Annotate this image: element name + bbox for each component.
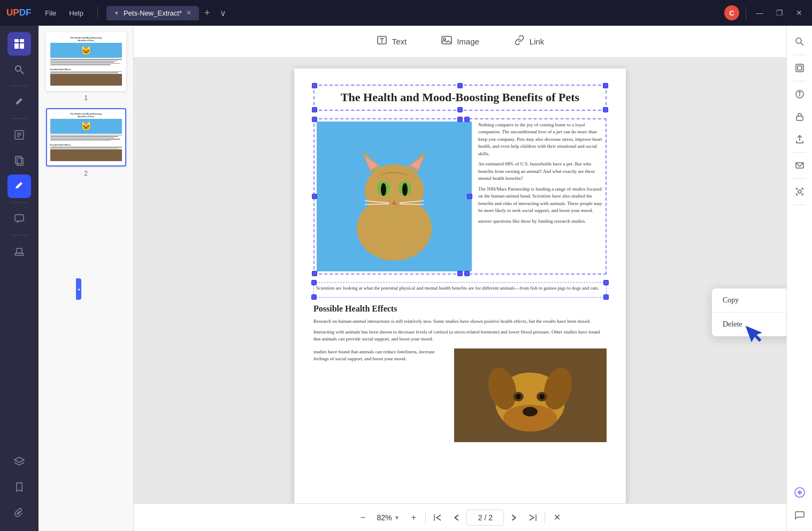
sidebar-icon-pages[interactable] — [7, 149, 31, 172]
sidebar-icon-bookmark[interactable] — [7, 475, 31, 499]
scientists-text: Scientists are looking at what the poten… — [316, 285, 604, 292]
menu-help[interactable]: Help — [64, 7, 89, 19]
thumbnail-2-number: 2 — [84, 170, 88, 177]
section-title: Possible Health Effects — [313, 304, 607, 314]
sidebar-icon-layers[interactable] — [7, 450, 31, 473]
pdf-image-text-row[interactable]: Nothing compares to the joy of coming ho… — [313, 118, 607, 275]
thumbnail-page-1[interactable]: The Health and Mood-BoostingBenefits of … — [43, 32, 129, 102]
svg-line-31 — [365, 204, 389, 204]
right-divider-5 — [793, 204, 806, 205]
caption-handle-br[interactable] — [603, 294, 609, 300]
scientists-caption-block[interactable]: Scientists are looking at what the poten… — [313, 282, 607, 298]
thumbnail-page-2[interactable]: The Health and Mood-BoostingBenefits of … — [43, 108, 129, 178]
toolbar-image-item[interactable]: Image — [432, 30, 488, 53]
svg-rect-11 — [17, 158, 23, 165]
handle-bl[interactable] — [312, 107, 317, 112]
prev-page-icon — [453, 513, 461, 522]
toolbar-text-item[interactable]: Text — [367, 30, 416, 53]
right-ai-button[interactable] — [790, 483, 809, 502]
image-handle-tr[interactable] — [464, 117, 470, 122]
right-info-button[interactable] — [790, 85, 809, 104]
pdf-viewport[interactable]: The Health and Mood-Boosting Benefits of… — [134, 58, 786, 503]
image-handle-tm[interactable] — [457, 117, 463, 122]
sidebar-icon-forms[interactable] — [7, 123, 31, 147]
tab-add-button[interactable]: + — [201, 7, 213, 19]
panel-expand-handle[interactable]: ◂ — [76, 278, 81, 300]
thumbnail-2-preview: The Health and Mood-BoostingBenefits of … — [46, 108, 126, 167]
handle-tm[interactable] — [457, 83, 463, 88]
handle-bm[interactable] — [457, 107, 463, 112]
logo-up: UP — [6, 7, 19, 18]
delete-label: Delete — [723, 320, 742, 329]
image-handle-tl[interactable] — [312, 117, 317, 122]
active-tab[interactable]: ▼ Pets-New_Extract* ✕ — [106, 6, 199, 20]
tabs-overflow-button[interactable]: ∨ — [216, 8, 231, 18]
image-handle-lm[interactable] — [312, 194, 317, 199]
health-effects-section: Possible Health Effects Research on huma… — [313, 304, 607, 343]
toolbar-link-item[interactable]: Link — [505, 30, 553, 53]
right-chat-button[interactable] — [790, 505, 809, 525]
right-mail-button[interactable] — [790, 156, 809, 175]
zoom-in-button[interactable]: + — [404, 508, 423, 527]
link-tool-icon — [514, 34, 525, 49]
window-actions: C — ❐ ✕ — [724, 5, 806, 20]
image-handle-rm[interactable] — [467, 194, 472, 199]
zoom-dropdown-icon[interactable]: ▼ — [394, 514, 400, 521]
handle-tl[interactable] — [312, 83, 317, 88]
right-lock-button[interactable] — [790, 107, 809, 126]
first-page-button[interactable] — [428, 508, 447, 527]
svg-line-5 — [21, 71, 24, 74]
right-share-button[interactable] — [790, 130, 809, 149]
svg-line-48 — [801, 43, 803, 45]
caption-handle-tl[interactable] — [311, 280, 317, 285]
sidebar-icon-attachment[interactable] — [7, 501, 31, 525]
pdf-title-text: The Health and Mood-Boosting Benefits of… — [319, 90, 601, 105]
sidebar-icon-search[interactable] — [7, 58, 31, 81]
tab-dropdown-icon[interactable]: ▼ — [114, 10, 119, 16]
text-tool-icon — [376, 34, 388, 49]
svg-point-47 — [796, 38, 801, 43]
pdf-intro-text: Nothing compares to the joy of coming ho… — [478, 122, 603, 271]
page-indicator[interactable]: 2 / 2 — [466, 510, 504, 526]
zoom-in-icon: + — [411, 513, 416, 522]
tab-close-icon[interactable]: ✕ — [186, 9, 191, 17]
right-divider-1 — [793, 55, 806, 55]
left-sidebar — [0, 26, 39, 531]
image-handle-bm[interactable] — [457, 271, 463, 276]
prev-page-button[interactable] — [447, 508, 466, 527]
svg-rect-3 — [20, 43, 24, 49]
sidebar-icon-thumbnails[interactable] — [7, 32, 31, 56]
svg-rect-49 — [796, 64, 803, 72]
svg-rect-10 — [16, 156, 21, 164]
right-search-button[interactable] — [790, 32, 809, 51]
user-avatar[interactable]: C — [724, 5, 739, 20]
menu-file[interactable]: File — [40, 7, 62, 19]
context-menu-copy[interactable]: Copy Ctrl+C — [712, 289, 786, 312]
next-page-button[interactable] — [504, 508, 523, 527]
copy-label: Copy — [723, 296, 739, 305]
caption-handle-bl[interactable] — [311, 294, 317, 300]
zoom-out-button[interactable]: − — [354, 508, 373, 527]
handle-tr[interactable] — [603, 83, 608, 88]
last-page-button[interactable] — [523, 508, 542, 527]
caption-handle-tr[interactable] — [603, 280, 609, 285]
sidebar-icon-stamp[interactable] — [7, 240, 31, 263]
pdf-bottom-row: studies have found that animals can redu… — [313, 348, 607, 442]
right-ocr-button[interactable] — [790, 58, 809, 78]
logo-df: DF — [19, 7, 32, 18]
minimize-button[interactable]: — — [753, 7, 767, 18]
maximize-button[interactable]: ❐ — [773, 7, 786, 18]
sidebar-icon-comment[interactable] — [7, 207, 31, 231]
bottom-close-button[interactable]: ✕ — [547, 508, 566, 527]
right-screenshot-button[interactable] — [790, 182, 809, 201]
sidebar-icon-edit[interactable] — [7, 175, 31, 198]
sidebar-icon-annotate[interactable] — [7, 90, 31, 114]
top-toolbar: Text Image Link — [134, 26, 786, 58]
svg-rect-1 — [20, 39, 24, 42]
right-divider-3 — [793, 152, 806, 153]
handle-br[interactable] — [603, 107, 608, 112]
image-handle-bl[interactable] — [312, 271, 317, 276]
pdf-title-block[interactable]: The Health and Mood-Boosting Benefits of… — [313, 85, 607, 111]
close-button[interactable]: ✕ — [793, 7, 806, 18]
image-handle-br[interactable] — [464, 271, 470, 276]
